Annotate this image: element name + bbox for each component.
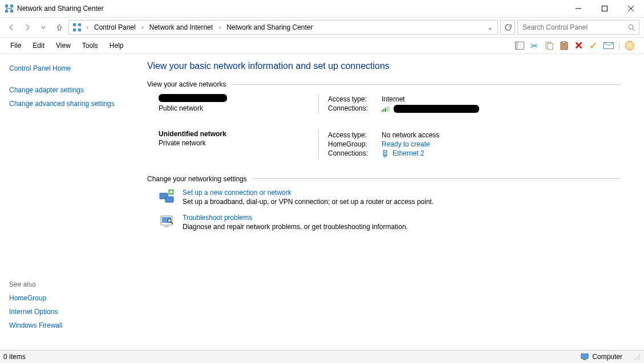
svg-rect-8 (73, 23, 76, 26)
paste-icon[interactable] (559, 40, 569, 51)
troubleshoot-icon (159, 214, 175, 230)
homegroup-link[interactable]: Ready to create (382, 140, 430, 148)
svg-rect-22 (382, 110, 383, 112)
svg-rect-24 (385, 108, 386, 112)
svg-rect-17 (548, 43, 553, 50)
access-type-value: Internet (382, 95, 405, 103)
menu-view[interactable]: View (50, 39, 76, 52)
sidebar: Control Panel Home Change adapter settin… (0, 54, 138, 350)
window-title: Network and Sharing Center (17, 5, 103, 13)
accept-icon[interactable]: ✓ (589, 40, 599, 51)
shell-icon[interactable] (625, 40, 635, 51)
svg-point-12 (629, 25, 633, 29)
network-entry: Public network Access type: Internet Con… (159, 94, 621, 114)
svg-point-44 (637, 358, 638, 360)
svg-rect-23 (383, 109, 384, 112)
resize-grip[interactable] (634, 353, 641, 360)
svg-rect-28 (384, 155, 386, 157)
svg-point-46 (637, 356, 638, 357)
svg-rect-26 (388, 106, 390, 112)
titlebar: Network and Sharing Center (0, 0, 644, 17)
network-entry: Unidentified network Private network Acc… (159, 130, 621, 159)
setup-connection-link[interactable]: Set up a new connection or network (183, 189, 434, 197)
close-button[interactable] (618, 0, 644, 17)
network-type: Public network (159, 104, 318, 112)
window: Network and Sharing Center › Control Pan… (0, 0, 644, 363)
access-type-label: Access type: (328, 95, 382, 103)
chevron-right-icon[interactable]: › (216, 23, 223, 31)
mail-icon[interactable] (604, 40, 614, 51)
network-center-icon (72, 23, 82, 32)
forward-button[interactable] (21, 21, 34, 34)
active-networks-section: View your active networks (147, 80, 621, 88)
search-icon (627, 23, 635, 31)
back-button[interactable] (5, 21, 18, 34)
minimize-button[interactable] (565, 0, 592, 17)
search-field[interactable] (521, 23, 627, 32)
svg-rect-19 (562, 42, 566, 43)
wifi-signal-icon (382, 106, 390, 112)
homegroup-label: HomeGroup: (328, 140, 382, 148)
internet-options-link[interactable]: Internet Options (9, 308, 129, 316)
computer-icon (581, 353, 589, 360)
recent-dropdown[interactable] (37, 21, 50, 34)
item-count: 0 items (3, 353, 26, 361)
svg-rect-41 (583, 359, 586, 360)
access-type-value: No network access (382, 131, 439, 139)
delete-icon[interactable]: ✕ (574, 40, 584, 51)
statusbar: 0 items Computer (0, 350, 644, 363)
network-type: Private network (159, 139, 318, 147)
network-center-icon (5, 4, 14, 13)
change-settings-section: Change your networking settings (147, 175, 621, 183)
menu-help[interactable]: Help (104, 39, 129, 52)
window-controls (565, 0, 644, 17)
breadcrumb-item[interactable]: Control Panel (92, 22, 138, 32)
breadcrumb-item[interactable]: Network and Sharing Center (224, 22, 315, 32)
homegroup-link[interactable]: HomeGroup (9, 294, 129, 302)
task-description: Diagnose and repair network problems, or… (183, 223, 408, 231)
copy-icon[interactable] (544, 40, 554, 51)
body: Control Panel Home Change adapter settin… (0, 54, 644, 350)
svg-rect-1 (10, 5, 13, 7)
svg-rect-2 (5, 10, 8, 13)
connection-link[interactable]: Ethernet 2 (382, 149, 424, 158)
change-adapter-link[interactable]: Change adapter settings (9, 86, 129, 94)
access-type-label: Access type: (328, 131, 382, 139)
chevron-right-icon[interactable]: › (84, 23, 91, 31)
svg-point-43 (639, 356, 640, 357)
svg-rect-25 (387, 107, 388, 112)
svg-rect-5 (602, 6, 607, 11)
up-button[interactable] (52, 21, 66, 34)
control-panel-home-link[interactable]: Control Panel Home (9, 64, 129, 72)
task-setup-connection: Set up a new connection or network Set u… (159, 189, 621, 206)
task-description: Set up a broadband, dial-up, or VPN conn… (183, 198, 434, 206)
chevron-down-icon[interactable]: ⌄ (485, 23, 495, 31)
section-label: Change your networking settings (147, 175, 253, 183)
network-name: Unidentified network (159, 130, 318, 138)
menu-edit[interactable]: Edit (27, 39, 50, 52)
redacted-connection-name (394, 105, 479, 113)
troubleshoot-link[interactable]: Troubleshoot problems (183, 214, 408, 222)
connection-link[interactable] (382, 104, 479, 113)
windows-firewall-link[interactable]: Windows Firewall (9, 321, 129, 329)
panel-icon[interactable] (515, 40, 525, 51)
breadcrumb[interactable]: › Control Panel › Network and Internet ›… (68, 20, 498, 35)
breadcrumb-item[interactable]: Network and Internet (147, 22, 215, 32)
refresh-button[interactable] (500, 20, 515, 35)
chevron-right-icon[interactable]: › (139, 23, 146, 31)
svg-rect-0 (5, 5, 8, 7)
svg-rect-27 (383, 150, 387, 155)
cut-icon[interactable]: ✂ (529, 40, 540, 51)
menubar: File Edit View Tools Help ✂ ✕ ✓ | (0, 38, 644, 54)
search-input[interactable] (517, 20, 639, 35)
menu-tools[interactable]: Tools (76, 39, 104, 52)
menu-file[interactable]: File (5, 39, 27, 52)
svg-point-45 (639, 354, 640, 355)
toolbar: ✂ ✕ ✓ | (515, 40, 639, 51)
status-location: Computer (592, 353, 622, 361)
maximize-button[interactable] (592, 0, 618, 17)
ethernet-icon (382, 150, 388, 158)
setup-connection-icon (159, 189, 175, 205)
change-advanced-sharing-link[interactable]: Change advanced sharing settings (9, 100, 129, 108)
svg-rect-40 (581, 354, 588, 358)
